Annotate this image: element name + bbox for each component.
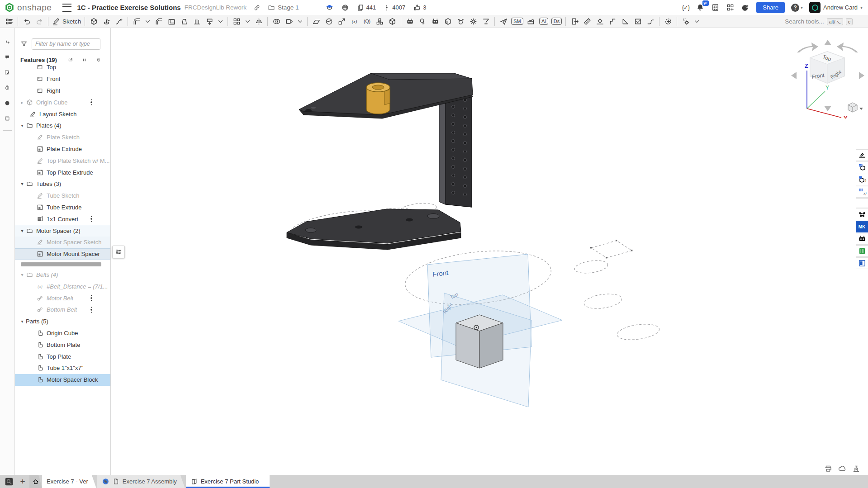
mirror-button[interactable] xyxy=(253,16,264,27)
hamburger-menu-icon[interactable] xyxy=(62,4,71,12)
cloud-icon[interactable] xyxy=(838,464,847,473)
linear-pattern-button[interactable] xyxy=(231,16,242,27)
expand-chevron-icon[interactable]: ▸ xyxy=(19,100,26,105)
robot-tool-2-button[interactable] xyxy=(430,16,441,27)
item-menu-dots-icon[interactable] xyxy=(90,215,93,223)
route-tool-button[interactable] xyxy=(645,16,656,27)
learning-head-icon[interactable] xyxy=(741,3,750,12)
comments-panel-icon[interactable] xyxy=(2,52,13,62)
expand-chevron-icon[interactable]: ▾ xyxy=(19,319,26,324)
history-panel-icon[interactable] xyxy=(2,82,13,93)
sketch-button[interactable]: Sketch xyxy=(52,16,81,27)
transform-button[interactable] xyxy=(336,16,347,27)
tree-folder-belts[interactable]: ▾ Belts (4) xyxy=(15,269,110,281)
model-canvas[interactable]: Front Top Right xyxy=(111,28,868,475)
thumbs-up-icon[interactable] xyxy=(413,3,421,12)
insert-panel-icon[interactable] xyxy=(2,36,13,47)
item-menu-dots-icon[interactable] xyxy=(90,99,93,106)
split-button[interactable] xyxy=(284,16,294,27)
filter-tool-button[interactable] xyxy=(480,16,491,27)
tree-item-layout-sketch[interactable]: Layout Sketch xyxy=(15,108,110,120)
item-menu-dots-icon[interactable] xyxy=(90,306,93,313)
tree-item-top-plate-extrude[interactable]: Top Plate Extrude xyxy=(15,166,110,178)
user-menu[interactable]: Andrew Card ▾ xyxy=(809,2,863,13)
tree-folder-plates[interactable]: ▾ Plates (4) xyxy=(15,120,110,132)
sheet-metal-chip-button[interactable]: SM xyxy=(511,16,524,27)
tree-section-parts[interactable]: ▾ Parts (5) xyxy=(15,316,110,327)
tree-item-motor-belt[interactable]: Motor Belt xyxy=(15,292,110,304)
view-menu-button[interactable] xyxy=(848,103,863,112)
variable-button[interactable] xyxy=(349,16,360,27)
featurescript-icon[interactable]: {✓} xyxy=(682,4,690,11)
tree-item-1x1-convert[interactable]: 1x1 Convert xyxy=(15,213,110,225)
graphics-viewport[interactable]: Front Top Right xyxy=(111,28,868,475)
rib-button[interactable] xyxy=(191,16,202,27)
tree-item-right-plane[interactable]: Right xyxy=(15,85,110,97)
tree-part-bottom-plate[interactable]: Bottom Plate xyxy=(15,339,110,351)
tree-folder-motor-spacer[interactable]: ▾ Motor Spacer (2) xyxy=(15,225,110,237)
split-menu-chevron-icon[interactable] xyxy=(295,16,305,27)
tree-item-tube-extrude[interactable]: Tube Extrude xyxy=(15,202,110,213)
butterfly-extension-icon[interactable] xyxy=(856,208,868,220)
feature-filter-input[interactable] xyxy=(32,38,100,50)
tree-item-motor-mount-spacer[interactable]: Motor Mount Spacer xyxy=(15,248,110,260)
tree-folder-tubes[interactable]: ▾ Tubes (3) xyxy=(15,178,110,190)
measure-tool-button[interactable] xyxy=(582,16,593,27)
tree-item-belt-distance-variable[interactable]: #Belt_Distance = (7/1... xyxy=(15,280,110,292)
tree-item-origin-cube-feature[interactable]: ▸ Origin Cube xyxy=(15,96,110,108)
send-tool-button[interactable] xyxy=(498,16,509,27)
print-icon[interactable] xyxy=(824,464,833,473)
appearance-panel-icon[interactable] xyxy=(856,149,868,161)
tree-item-plate-sketch[interactable]: Plate Sketch xyxy=(15,132,110,143)
fillet-menu-chevron-icon[interactable] xyxy=(143,16,152,27)
tab-assembly[interactable]: Exercise 7 Assembly xyxy=(97,475,185,488)
revolve-button[interactable] xyxy=(101,16,112,27)
tree-part-tube-1x1x7[interactable]: Tube 1"x1"x7" xyxy=(15,362,110,374)
part-cube-button[interactable] xyxy=(387,16,398,27)
feature-list-flyout-button[interactable] xyxy=(112,246,125,258)
export-tool-button[interactable] xyxy=(569,16,580,27)
item-menu-dots-icon[interactable] xyxy=(90,294,93,302)
tree-item-bottom-belt[interactable]: Bottom Belt xyxy=(15,304,110,316)
document-title[interactable]: 1C - Practice Exercise Solutions xyxy=(77,4,180,11)
tree-item-top-plate-sketch[interactable]: Top Plate Sketch w/ M... xyxy=(15,155,110,166)
validate-tool-button[interactable] xyxy=(632,16,643,27)
app-store-grid-icon[interactable] xyxy=(726,3,735,12)
rollback-bar[interactable] xyxy=(21,262,101,266)
variable-studio-button[interactable] xyxy=(361,16,372,27)
mate-connector-button[interactable] xyxy=(374,16,385,27)
copies-icon[interactable] xyxy=(356,4,365,12)
custom-features-button[interactable] xyxy=(680,16,691,27)
origin-cube-part[interactable] xyxy=(456,315,503,368)
view-cube[interactable]: Top Front Right Z X Y xyxy=(786,33,868,118)
new-tab-button[interactable]: + xyxy=(17,475,28,488)
tab-version[interactable]: Exercise 7 - Ver xyxy=(42,475,96,488)
extrude-button[interactable] xyxy=(88,16,99,27)
properties-panel-icon[interactable] xyxy=(2,113,13,124)
material-button[interactable] xyxy=(442,16,453,27)
tree-item-plate-extrude[interactable]: Plate Extrude xyxy=(15,143,110,155)
tree-part-top-plate[interactable]: Top Plate xyxy=(15,351,110,362)
feature-list-toggle-icon[interactable] xyxy=(4,16,14,27)
expand-chevron-icon[interactable]: ▾ xyxy=(19,123,26,128)
corner-triangle-tool-button[interactable] xyxy=(620,16,631,27)
notifications-bell[interactable]: 9+ xyxy=(696,3,705,12)
custom-features-menu-chevron-icon[interactable] xyxy=(692,16,702,27)
variables-grid-icon[interactable] xyxy=(856,186,868,198)
tasks-checklist-icon[interactable] xyxy=(711,3,720,12)
pattern-menu-chevron-icon[interactable] xyxy=(243,16,252,27)
share-link-icon[interactable] xyxy=(253,4,261,12)
toolbar-search[interactable]: Search tools... alt/⌥ c xyxy=(785,15,853,28)
flatten-tool-button[interactable] xyxy=(594,16,605,27)
gear-tool-button[interactable] xyxy=(468,16,479,27)
shell-button[interactable] xyxy=(166,16,177,27)
bottom-plate-part[interactable] xyxy=(287,209,461,250)
followers-dots-icon[interactable] xyxy=(383,4,390,12)
helix-button[interactable] xyxy=(323,16,334,27)
share-button[interactable]: Share xyxy=(756,2,785,13)
robot-tool-button[interactable] xyxy=(404,16,415,27)
origin-marker-button[interactable] xyxy=(663,16,674,27)
tree-item-front-plane[interactable]: Front xyxy=(15,73,110,85)
search-tools-label[interactable]: Search tools... xyxy=(785,18,824,25)
robot-extension-icon[interactable] xyxy=(856,233,868,245)
